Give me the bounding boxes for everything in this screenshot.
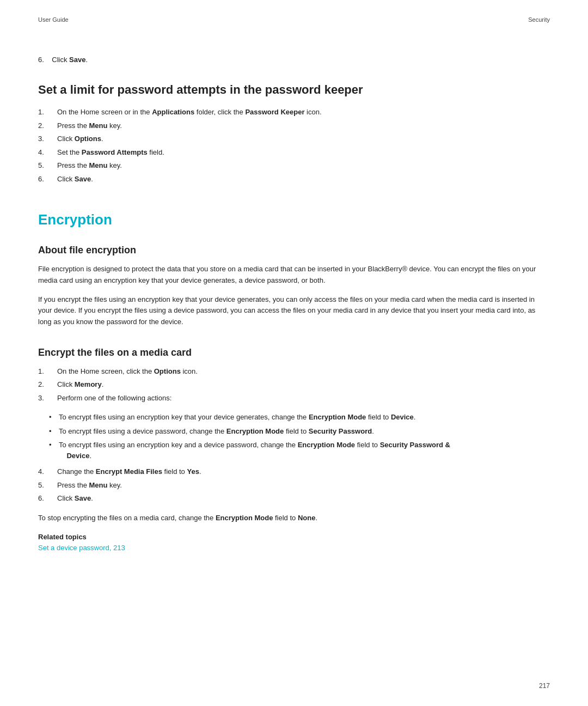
about-encryption-para2: If you encrypt the files using an encryp…: [38, 294, 550, 328]
step-num: 1.: [38, 366, 57, 377]
password-step-6: 6. Click Save.: [38, 174, 550, 185]
related-topics: Related topics Set a device password, 21…: [38, 533, 550, 552]
password-attempts-section: Set a limit for password attempts in the…: [38, 83, 550, 184]
encrypt-step-1: 1. On the Home screen, click the Options…: [38, 366, 550, 377]
password-step-4: 4. Set the Password Attempts field.: [38, 147, 550, 158]
encrypt-bullet-2: • To encrypt files using a device passwo…: [49, 426, 550, 437]
encrypt-step-5: 5. Press the Menu key.: [38, 480, 550, 491]
bullet-dot: •: [49, 440, 59, 461]
step-text: Change the Encrypt Media Files field to …: [57, 466, 201, 477]
about-encryption-para1: File encryption is designed to protect t…: [38, 264, 550, 287]
password-step-5: 5. Press the Menu key.: [38, 160, 550, 171]
encrypt-files-heading: Encrypt the files on a media card: [38, 347, 550, 358]
bullet-dot: •: [49, 412, 59, 423]
encrypt-step-2: 2. Click Memory.: [38, 379, 550, 390]
about-encryption-heading: About file encryption: [38, 245, 550, 256]
step-text: Click Options.: [57, 133, 103, 144]
step-text: Click Save.: [57, 493, 93, 504]
step-num: 5.: [38, 160, 57, 171]
step-text: Press the Menu key.: [57, 120, 122, 131]
step-num: 5.: [38, 480, 57, 491]
header-left: User Guide: [38, 16, 69, 23]
password-steps-list: 1. On the Home screen or in the Applicat…: [38, 107, 550, 184]
page-header: User Guide Security: [38, 16, 550, 23]
step-num: 3.: [38, 393, 57, 404]
encrypt-step-4: 4. Change the Encrypt Media Files field …: [38, 466, 550, 477]
encrypt-step-3: 3. Perform one of the following actions:: [38, 393, 550, 404]
bullet-text: To encrypt files using an encryption key…: [59, 440, 450, 461]
step-text: Set the Password Attempts field.: [57, 147, 164, 158]
intro-step-number: 6. Click Save.: [38, 56, 88, 64]
header-right: Security: [528, 16, 550, 23]
step-text: Perform one of the following actions:: [57, 393, 171, 404]
step-text: Click Memory.: [57, 379, 103, 390]
encrypt-step-6: 6. Click Save.: [38, 493, 550, 504]
page-footer: 217: [539, 682, 550, 690]
step-num: 6.: [38, 493, 57, 504]
encrypt-bullet-1: • To encrypt files using an encryption k…: [49, 412, 550, 423]
page-number: 217: [539, 682, 550, 690]
step-text: On the Home screen, click the Options ic…: [57, 366, 198, 377]
about-file-encryption: About file encryption File encryption is…: [38, 245, 550, 328]
bullet-text: To encrypt files using an encryption key…: [59, 412, 415, 423]
encrypt-steps-after: 4. Change the Encrypt Media Files field …: [38, 466, 550, 504]
stop-encrypting-text: To stop encrypting the files on a media …: [38, 513, 550, 524]
step-num: 4.: [38, 147, 57, 158]
step-text: Press the Menu key.: [57, 480, 122, 491]
step-num: 3.: [38, 133, 57, 144]
page-container: User Guide Security 6. Click Save. Set a…: [0, 0, 588, 706]
password-step-1: 1. On the Home screen or in the Applicat…: [38, 107, 550, 118]
password-step-2: 2. Press the Menu key.: [38, 120, 550, 131]
encryption-section: Encryption About file encryption File en…: [38, 211, 550, 552]
encrypt-bullet-3: • To encrypt files using an encryption k…: [49, 440, 550, 461]
password-section-heading: Set a limit for password attempts in the…: [38, 83, 550, 97]
encrypt-bullets: • To encrypt files using an encryption k…: [49, 412, 550, 461]
step-text: Press the Menu key.: [57, 160, 122, 171]
intro-step: 6. Click Save.: [38, 56, 550, 64]
step-num: 2.: [38, 120, 57, 131]
step-num: 4.: [38, 466, 57, 477]
step-text: Click Save.: [57, 174, 93, 185]
encryption-heading: Encryption: [38, 211, 550, 228]
step-num: 2.: [38, 379, 57, 390]
step-text: On the Home screen or in the Application…: [57, 107, 322, 118]
password-step-3: 3. Click Options.: [38, 133, 550, 144]
step-num: 1.: [38, 107, 57, 118]
bullet-dot: •: [49, 426, 59, 437]
related-topics-link[interactable]: Set a device password, 213: [38, 544, 125, 552]
encrypt-steps-list: 1. On the Home screen, click the Options…: [38, 366, 550, 404]
encrypt-files-section: Encrypt the files on a media card 1. On …: [38, 347, 550, 552]
step-num: 6.: [38, 174, 57, 185]
bullet-text: To encrypt files using a device password…: [59, 426, 374, 437]
related-topics-heading: Related topics: [38, 533, 550, 541]
